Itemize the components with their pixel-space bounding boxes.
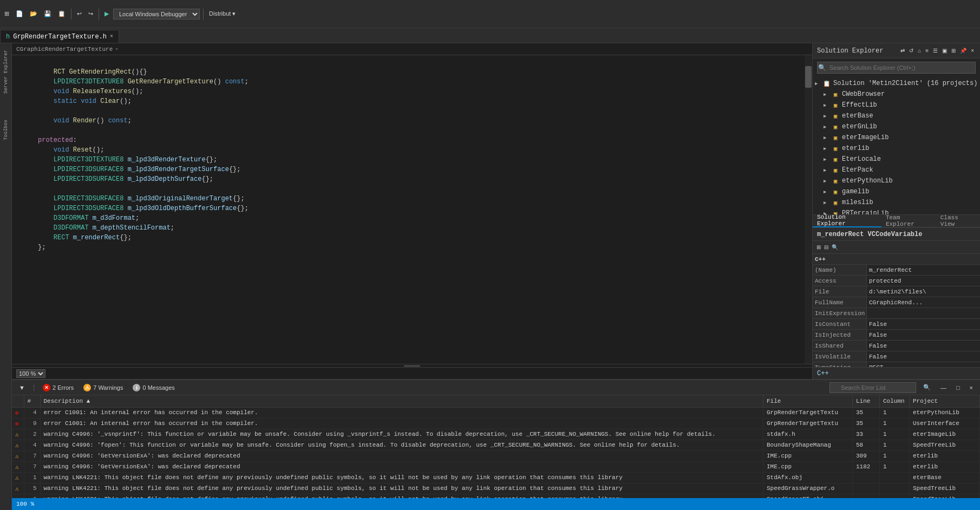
se-expand-btn[interactable]: ⊞ xyxy=(950,47,957,55)
undo-btn[interactable]: ↩ xyxy=(75,9,84,18)
breadcrumb: CGraphicRenderTargetTexture ▾ xyxy=(12,43,812,55)
menu-file[interactable]: ⊞ xyxy=(2,9,11,18)
main-area: Server Explorer Toolbox CGraphicRenderTa… xyxy=(0,43,980,510)
table-row[interactable]: ⊗ 9 error C1001: An internal error has o… xyxy=(12,418,980,429)
warning-icon: ⚠ xyxy=(15,442,19,449)
error-search-btn[interactable]: 🔍 xyxy=(919,382,935,394)
col-header-project[interactable]: Project xyxy=(910,395,980,407)
tree-item-cwebbrowser[interactable]: ▶ ▣ CWebBrowser xyxy=(813,89,980,100)
save-all-btn[interactable]: 📋 xyxy=(56,9,68,18)
tab-bar: h GrpRenderTargetTexture.h × xyxy=(0,28,980,43)
open-btn[interactable]: 📂 xyxy=(28,9,40,18)
se-preview-btn[interactable]: ▣ xyxy=(940,47,949,55)
tree-item-eterimagelib[interactable]: ▶ ▣ eterImageLib xyxy=(813,132,980,143)
row-desc: warning C4996: '_vsnprintf': This functi… xyxy=(40,429,763,440)
col-header-num[interactable]: # xyxy=(24,395,40,407)
row-line: 33 xyxy=(853,429,880,440)
row-project: UserInterface xyxy=(910,418,980,429)
tab-team-explorer[interactable]: Team Explorer xyxy=(881,214,936,227)
table-row[interactable]: ⚠ 2 warning C4996: '_vsnprintf': This fu… xyxy=(12,429,980,440)
error-search-input[interactable] xyxy=(829,382,916,393)
table-row[interactable]: ⚠ 5 warning LNK4221: This object file do… xyxy=(12,483,980,494)
server-explorer-btn[interactable]: Server Explorer xyxy=(2,48,10,96)
tree-item-eterbase[interactable]: ▶ ▣ eterBase xyxy=(813,110,980,121)
sep2 xyxy=(99,9,99,19)
tree-item-effectlib[interactable]: ▶ ▣ EffectLib xyxy=(813,100,980,110)
scrollbar-thumb[interactable] xyxy=(805,66,812,88)
row-project: eterBase xyxy=(910,472,980,483)
tree-item-eterpythonlib[interactable]: ▶ ▣ eterPythonLib xyxy=(813,175,980,186)
save-btn[interactable]: 💾 xyxy=(42,9,54,18)
tree-item-eterlocale[interactable]: ▶ ▣ EterLocale xyxy=(813,154,980,165)
warning-icon: ⚠ xyxy=(15,431,19,438)
tree-item-gamelib[interactable]: ▶ ▣ gamelib xyxy=(813,186,980,197)
se-props-btn[interactable]: ☰ xyxy=(931,47,939,55)
project-label-2: EffectLib xyxy=(842,101,877,109)
se-refresh-btn[interactable]: ↺ xyxy=(907,47,915,55)
error-maximize-btn[interactable]: □ xyxy=(952,382,964,394)
debugger-select[interactable]: Local Windows Debugger xyxy=(113,9,200,19)
tab-solution-explorer[interactable]: Solution Explorer xyxy=(813,214,881,227)
props-alpha-btn[interactable]: ⊟ xyxy=(822,243,830,251)
table-row[interactable]: ⚠ 7 warning C4996: 'GetVersionExA': was … xyxy=(12,461,980,472)
toolbox-btn[interactable]: Toolbox xyxy=(2,117,10,142)
breadcrumb-arrow: ▾ xyxy=(115,45,119,53)
props-category-btn[interactable]: ⊞ xyxy=(815,243,822,251)
col-header-icon[interactable] xyxy=(12,395,24,407)
status-bar: 100 % xyxy=(12,498,980,510)
distribute-btn[interactable]: Distribut ▾ xyxy=(207,9,238,18)
prop-label-isvolatile: IsVolatile xyxy=(813,351,867,362)
se-home-btn[interactable]: ⌂ xyxy=(916,47,923,55)
se-search-input[interactable] xyxy=(817,62,976,74)
tree-item-eterlib[interactable]: ▶ ▣ eterlib xyxy=(813,143,980,154)
start-btn[interactable]: ▶ xyxy=(102,9,111,18)
prop-value-initexpr xyxy=(867,308,980,318)
col-header-col[interactable]: Column xyxy=(880,395,910,407)
table-row[interactable]: ⊗ 4 error C1001: An internal error has o… xyxy=(12,407,980,418)
error-minimize-btn[interactable]: — xyxy=(937,382,950,394)
tab-grprendertargettexture[interactable]: h GrpRenderTargetTexture.h × xyxy=(0,30,119,43)
tab-class-view[interactable]: Class View xyxy=(936,214,980,227)
editor-scrollbar[interactable] xyxy=(805,55,812,364)
warning-icon: ⚠ xyxy=(15,486,19,492)
row-file: GrpRenderTargetTextu xyxy=(763,418,853,429)
se-sync-btn[interactable]: ⇄ xyxy=(899,47,906,55)
messages-filter-btn[interactable]: ℹ 0 Messages xyxy=(129,382,178,394)
table-row[interactable]: ⚠ 6 warning LNK4221: This object file do… xyxy=(12,494,980,498)
se-pin-btn[interactable]: 📌 xyxy=(958,47,968,55)
error-filter-dropdown[interactable]: ▼ xyxy=(15,382,29,394)
table-row[interactable]: ⚠ 7 warning C4996: 'GetVersionExA': was … xyxy=(12,450,980,461)
table-row[interactable]: ⚠ 1 warning LNK4221: This object file do… xyxy=(12,472,980,483)
prop-row-isshared: IsShared False xyxy=(813,341,980,351)
code-editor[interactable]: RCT GetRenderingRect(){} LPDIRECT3DTEXTU… xyxy=(34,55,805,364)
col-header-file[interactable]: File xyxy=(763,395,853,407)
prop-row-initexpr: InitExpression xyxy=(813,308,980,319)
redo-btn[interactable]: ↪ xyxy=(86,9,95,18)
code-content[interactable]: RCT GetRenderingRect(){} LPDIRECT3DTEXTU… xyxy=(12,55,812,364)
tab-close-btn[interactable]: × xyxy=(110,34,113,40)
tree-item-eterpack[interactable]: ▶ ▣ EterPack xyxy=(813,165,980,175)
project-label-3: eterBase xyxy=(842,112,873,120)
new-project-btn[interactable]: 📄 xyxy=(14,9,25,18)
row-num: 1 xyxy=(24,472,40,483)
solution-arrow: ▶ xyxy=(815,81,822,87)
props-search-btn[interactable]: 🔍 xyxy=(830,243,840,251)
project-icon-6: ▣ xyxy=(831,144,840,153)
prop-row-file: File d:\metin2\files\ xyxy=(813,286,980,297)
se-close-btn[interactable]: × xyxy=(969,47,976,55)
tree-solution[interactable]: ▶ 📋 Solution 'Metin2Client' (16 projects… xyxy=(813,78,980,89)
col-header-line[interactable]: Line xyxy=(853,395,880,407)
table-row[interactable]: ⚠ 4 warning C4996: 'fopen': This functio… xyxy=(12,440,980,450)
tree-item-mileslib[interactable]: ▶ ▣ mileslib xyxy=(813,197,980,208)
zoom-select[interactable]: 100 % xyxy=(16,369,45,378)
warnings-filter-btn[interactable]: ⚠ 7 Warnings xyxy=(80,382,127,394)
se-filter-btn[interactable]: ≡ xyxy=(924,47,930,55)
tree-item-etergnlib[interactable]: ▶ ▣ eterGnLib xyxy=(813,121,980,132)
info-badge: ℹ xyxy=(133,384,140,391)
project-arrow-9: ▶ xyxy=(824,178,831,184)
props-cpp-label: C++ xyxy=(815,256,826,263)
error-close-btn[interactable]: × xyxy=(966,382,977,394)
warnings-count: 7 Warnings xyxy=(93,384,123,391)
errors-filter-btn[interactable]: ✕ 2 Errors xyxy=(39,382,77,394)
col-header-desc[interactable]: Description ▲ xyxy=(40,395,763,407)
